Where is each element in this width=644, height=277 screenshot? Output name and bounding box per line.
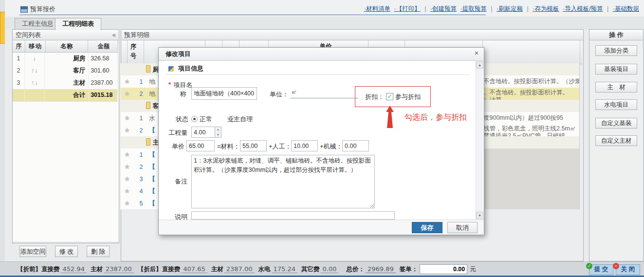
close-minus-icon: − <box>613 263 619 269</box>
machine-cost-input[interactable] <box>342 140 369 151</box>
close-button[interactable]: 关 闭 − <box>616 264 640 275</box>
total-price-label: 总价： <box>346 265 365 274</box>
row-number: 2 <box>133 164 149 170</box>
total-amount: 3015.18 <box>89 89 118 101</box>
link-extract-budget[interactable]: ·提取预算 <box>460 5 487 12</box>
red-arrow-up-icon <box>386 106 394 128</box>
unit-price-input[interactable] <box>186 140 215 151</box>
space-row-seq: 2 <box>13 65 25 77</box>
detail-panel-title-text: 预算明细 <box>124 31 149 38</box>
link-print[interactable]: ·【打印】 <box>394 5 420 12</box>
add-category-button[interactable]: 添加分类 <box>595 45 637 56</box>
unit-field-underline[interactable] <box>290 89 358 98</box>
custom-material-button[interactable]: 自定义主材 <box>595 135 637 146</box>
main-material-button[interactable]: 主 材 <box>595 82 637 92</box>
plumbing-button[interactable]: 水电项目 <box>595 99 637 110</box>
submit-check-icon: ✓ <box>586 263 592 269</box>
space-row-name: 主材 <box>45 77 89 89</box>
collapse-panel-icon[interactable]: « <box>112 30 116 40</box>
custom-base-button[interactable]: 自定义基装 <box>595 118 637 129</box>
row-number: 1 <box>133 115 149 122</box>
add-space-button[interactable]: 添加空间 <box>19 246 46 257</box>
submit-button[interactable]: 提 交 ✓ <box>589 264 613 275</box>
link-material-list[interactable]: ·材料清单 <box>364 5 390 12</box>
move-down-icon[interactable]: ↓ <box>35 79 38 86</box>
detail-row[interactable]: ★ 2 【 <box>121 124 158 137</box>
quantity-input[interactable] <box>191 127 215 138</box>
quantity-stepper[interactable]: ▲ ▼ <box>215 127 221 138</box>
group-row-kitchen[interactable]: 厨房 <box>121 63 158 76</box>
star-icon[interactable]: ★ <box>121 90 133 97</box>
status-normal-radio[interactable] <box>191 116 198 122</box>
link-save-as-template[interactable]: ·存为模板 <box>533 5 559 12</box>
group-row-material[interactable]: 主材 <box>121 136 158 149</box>
detail-row[interactable]: ★ 3 【 <box>121 173 158 185</box>
save-button[interactable]: 保存 <box>412 222 442 233</box>
tab-project-detail[interactable]: 工程明细表 <box>55 18 101 30</box>
delete-space-button[interactable]: 删 除 <box>87 246 110 257</box>
remark-textarea[interactable]: 1：3水泥砂浆铺底，对缝、调平、铺贴地砖。不含地砖。按投影面积计算。（沙浆厚度3… <box>191 155 375 208</box>
star-icon[interactable]: ★ <box>121 163 133 170</box>
star-icon[interactable]: ★ <box>121 78 133 85</box>
space-row-name: 客厅 <box>45 65 89 77</box>
space-panel-title: 空间列表 « <box>13 30 119 40</box>
link-base-data[interactable]: ·基础数据 <box>613 5 639 12</box>
link-import-template[interactable]: ·导入模板/预算 <box>563 5 603 12</box>
detail-row[interactable]: ★ 2 【 <box>121 161 158 173</box>
space-row-kitchen[interactable]: 1 ↓ 厨房 326.58 <box>13 53 118 65</box>
tab-project-main-info[interactable]: 工程主信息 <box>15 18 61 29</box>
spin-up-icon[interactable]: ▲ <box>215 127 221 132</box>
row-name-fragment: 【 <box>149 199 158 208</box>
close-icon[interactable]: × <box>472 49 481 58</box>
other-fee-label: 其它费 <box>301 265 320 274</box>
star-icon[interactable]: ★ <box>121 175 133 183</box>
link-separator: | <box>491 5 492 12</box>
remark-label: 备注 <box>175 177 187 186</box>
star-icon[interactable]: ★ <box>121 127 133 134</box>
space-total-row: 合计 3015.18 <box>13 89 118 102</box>
row-number: 5 <box>133 200 149 207</box>
dialog-scrollbar[interactable]: ▲ ▼ <box>476 61 483 219</box>
group-row-living[interactable]: 客厅 <box>121 100 158 112</box>
cancel-button[interactable]: 取消 <box>447 222 478 233</box>
labor-cost-label: +人工： <box>269 142 292 151</box>
detail-row[interactable]: ★ 1 【 <box>121 148 158 161</box>
space-row-living[interactable]: 2 ↑↓ 客厅 301.60 <box>13 65 118 77</box>
labor-cost-input[interactable] <box>291 140 318 151</box>
detail-row[interactable]: ★ 5 【 <box>121 197 158 210</box>
scroll-up-icon[interactable]: ▲ <box>476 61 483 69</box>
move-updown-icons[interactable]: ↑↓ <box>25 65 45 77</box>
currency-label: 元 <box>470 265 476 274</box>
dialog-title-bar[interactable]: 修改项目 <box>159 48 484 61</box>
detail-row-selected[interactable]: ★ 2 地 <box>121 88 158 100</box>
budget-quote-window: 预算报价 ·材料清单 ·【打印】 | ·创建预算 ·提取预算 | ·刷新定额 |… <box>0 0 644 277</box>
star-icon[interactable]: ★ <box>121 200 133 207</box>
totals-status-bar: 【折前】 直接费 452.94 主材 2387.00 【折后】 直接费 407.… <box>0 261 644 277</box>
detail-row[interactable]: ★ 1 地 <box>121 75 158 88</box>
move-down-icon[interactable]: ↓ <box>25 53 45 65</box>
star-icon[interactable]: ★ <box>121 187 133 195</box>
move-updown-icons[interactable]: ↑↓ <box>25 77 45 89</box>
signed-amount-input[interactable] <box>420 264 467 274</box>
item-name-input[interactable] <box>191 87 257 100</box>
plumbing-value: 175.24 <box>272 265 298 273</box>
move-down-icon[interactable]: ↓ <box>35 67 38 74</box>
detail-row[interactable]: ★ 1 水 <box>121 112 158 125</box>
material-cost-input[interactable] <box>240 140 267 151</box>
section-divider <box>166 74 469 75</box>
description-input[interactable] <box>191 211 395 220</box>
space-row-amount: 326.58 <box>89 53 118 65</box>
base-install-button[interactable]: 基装项目 <box>595 64 637 74</box>
panel-footer-divider <box>13 242 119 242</box>
star-icon[interactable]: ★ <box>121 151 133 158</box>
spin-down-icon[interactable]: ▼ <box>215 132 221 138</box>
link-create-budget[interactable]: ·创建预算 <box>430 5 457 12</box>
discount-checkbox-checked[interactable]: ✓ <box>386 93 393 100</box>
space-row-material[interactable]: 3 ↑↓ 主材 2387.00 <box>13 77 118 90</box>
link-refresh-quota[interactable]: ·刷新定额 <box>497 5 523 12</box>
col-amount: 金额 <box>88 40 118 52</box>
edit-space-button[interactable]: 修 改 <box>55 246 78 257</box>
scroll-down-icon[interactable]: ▼ <box>476 212 483 219</box>
detail-row[interactable]: ★ 4 【 <box>121 185 158 198</box>
star-icon[interactable]: ★ <box>121 114 133 122</box>
